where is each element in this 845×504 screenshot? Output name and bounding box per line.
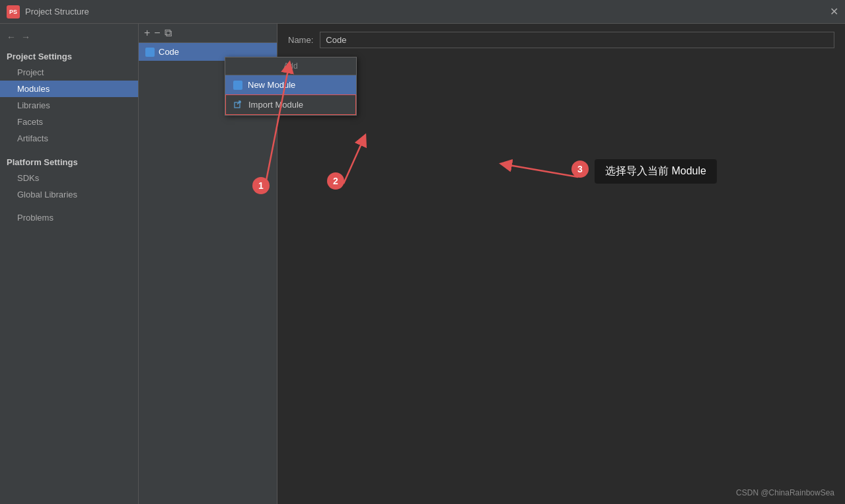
- sidebar-item-facets[interactable]: Facets: [0, 114, 138, 130]
- annotation-2: 2: [327, 172, 344, 190]
- sidebar-item-global-libraries[interactable]: Global Libraries: [0, 186, 138, 203]
- dropdown-header: Add: [225, 57, 356, 75]
- close-button[interactable]: ✕: [830, 5, 838, 18]
- project-settings-label: Project Settings: [0, 48, 138, 64]
- title-bar-left: PS Project Structure: [7, 5, 89, 18]
- name-row: Name:: [288, 32, 834, 48]
- module-icon: [145, 48, 155, 57]
- module-name: Code: [159, 47, 179, 57]
- main-layout: ← → Project Settings Project Modules Lib…: [0, 24, 845, 504]
- copy-module-button[interactable]: ⧉: [165, 28, 172, 38]
- svg-rect-0: [235, 102, 240, 108]
- tooltip-text: 选择导入当前 Module: [605, 165, 706, 176]
- annotation-3: 3: [571, 161, 589, 178]
- import-module-label: Import Module: [248, 100, 303, 110]
- new-module-label: New Module: [248, 80, 295, 90]
- module-panel: + − ⧉ Code Add New Module: [139, 24, 277, 504]
- sidebar-item-sdks[interactable]: SDKs: [0, 170, 138, 186]
- forward-arrow[interactable]: →: [21, 32, 30, 42]
- dropdown-menu: Add New Module: [225, 57, 357, 116]
- import-module-item[interactable]: Import Module: [225, 94, 356, 115]
- app-icon: PS: [7, 5, 20, 18]
- sidebar-divider-2: [0, 203, 138, 209]
- name-input[interactable]: [320, 32, 834, 48]
- sidebar-divider: [0, 147, 138, 153]
- content-row: + − ⧉ Code Add New Module: [139, 24, 845, 504]
- watermark: CSDN @ChinaRainbowSea: [736, 488, 834, 497]
- sidebar-item-libraries[interactable]: Libraries: [0, 97, 138, 114]
- title-bar: PS Project Structure ✕: [0, 0, 845, 24]
- remove-module-button[interactable]: −: [154, 28, 160, 38]
- sidebar-item-artifacts[interactable]: Artifacts: [0, 130, 138, 147]
- sidebar-item-problems[interactable]: Problems: [0, 209, 138, 226]
- module-toolbar: + − ⧉: [139, 24, 277, 43]
- window-title: Project Structure: [25, 7, 89, 17]
- import-module-icon: [234, 100, 243, 110]
- annotation-1: 1: [252, 177, 270, 194]
- sidebar: ← → Project Settings Project Modules Lib…: [0, 24, 139, 504]
- new-module-item[interactable]: New Module: [225, 75, 356, 94]
- content-area: + − ⧉ Code Add New Module: [139, 24, 845, 504]
- sidebar-item-modules[interactable]: Modules: [0, 81, 138, 97]
- tooltip-box: 选择导入当前 Module: [595, 159, 717, 184]
- nav-arrows: ← →: [0, 29, 138, 48]
- platform-settings-label: Platform Settings: [0, 153, 138, 170]
- right-content: Name:: [277, 24, 845, 504]
- add-module-button[interactable]: +: [144, 28, 150, 38]
- name-label: Name:: [288, 35, 313, 45]
- back-arrow[interactable]: ←: [7, 32, 16, 42]
- sidebar-item-project[interactable]: Project: [0, 64, 138, 81]
- new-module-icon: [233, 81, 242, 90]
